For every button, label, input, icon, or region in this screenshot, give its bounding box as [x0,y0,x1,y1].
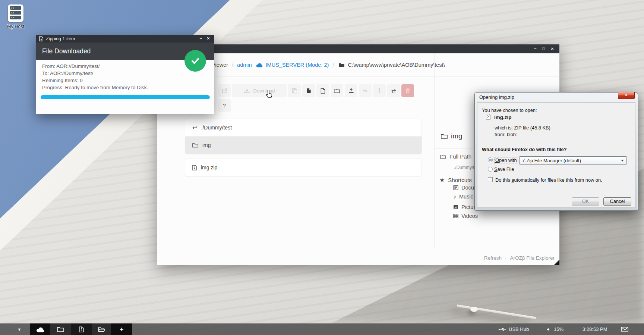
save-file-radio[interactable] [488,167,493,172]
dialog-title: Opening img.zip [479,94,514,100]
documents-icon [453,185,458,190]
plus-icon: + [120,326,124,333]
folder-row-img[interactable]: img [185,136,422,154]
help-icon: ? [223,103,226,109]
tray-usb-label: USB Hub [509,326,529,332]
ok-button[interactable]: OK [572,197,599,206]
taskbar-app-file-manager[interactable] [92,323,111,335]
shortcut-music[interactable]: ♪ Music [453,193,473,200]
zip-from-line: From: AOR://Dummy/test/ [42,63,100,69]
progress-bar [41,95,210,99]
upload-button[interactable] [345,84,357,97]
full-path-row[interactable]: Full Path [440,153,471,160]
close-icon[interactable]: × [618,92,635,99]
download-label: Download [253,88,275,94]
file-row-label: img.zip [201,165,217,170]
open-folder-icon [98,327,105,332]
videos-icon [453,214,458,218]
do-automatically-label[interactable]: Do this automatically for files like thi… [495,177,602,183]
breadcrumb-separator: / [232,62,233,68]
explorer-titlebar[interactable]: – □ × [157,44,559,53]
taskbar: ▼ + USB Hub 15% 3:28:53 PM [0,323,644,335]
explorer-footer: Refresh · ArOZβ File Explorer [484,255,555,261]
tray-clock: 3:28:53 PM [583,323,607,335]
cloud-icon [256,62,263,68]
file-row-label: img [202,142,211,148]
open-with-label[interactable]: Open with [494,157,518,163]
folder-icon [57,327,64,332]
dialog-file-name: img.zip [494,115,512,120]
resize-handle[interactable] [554,260,559,265]
zip-to-line: To: AOR://Dummy/test/ [42,71,93,76]
minimize-icon[interactable]: – [198,35,204,43]
cloud-icon [36,326,45,332]
minimize-icon[interactable]: – [532,44,539,53]
dialog-file-info: which is: ZIP file (45.8 KB) [495,125,550,131]
taskbar-chevron-button[interactable]: ▼ [15,323,24,335]
do-automatically-checkbox[interactable] [488,177,493,182]
dialog-intro: You have chosen to open: [482,107,537,113]
swap-button[interactable]: ⇄ [387,84,400,97]
back-arrow-icon: ↩ [192,124,197,131]
folder-icon [440,154,446,159]
taskbar-add-button[interactable]: + [111,323,132,335]
delete-button[interactable] [401,84,414,97]
shortcut-videos[interactable]: Videos [453,213,478,219]
zip-progress-line: Progress: Ready to move from Memory to D… [42,85,148,90]
breadcrumb: Viewer / admin IMUS_SERVER (Mode: 2) / C… [212,53,445,76]
file-row-label: ./Dummy/test [201,125,232,131]
help-button[interactable]: ? [218,99,231,112]
tray-volume[interactable]: 15% [547,323,564,335]
dropdown-arrow-icon [621,160,624,162]
desktop-icon-label: My Host [3,24,28,29]
zip-window-title: Zipping 1 item [46,36,75,41]
maximize-icon[interactable]: □ [540,44,547,53]
success-check-icon [184,50,206,72]
shortcut-label: Music [459,194,473,200]
dialog-file-source: from: blob: [495,132,517,137]
new-folder-button[interactable] [331,84,343,97]
new-file-button[interactable] [316,84,329,97]
open-external-button[interactable] [218,84,231,97]
folder-icon [338,63,345,68]
tray-usb[interactable]: USB Hub [498,323,529,335]
taskbar-app-cloud[interactable] [30,323,50,335]
zip-window-titlebar[interactable]: Zipping 1 item – × [36,35,214,43]
chevron-down-icon: ▼ [18,327,22,332]
zip-remaining-line: Remining Items: 0 [42,78,83,83]
download-button[interactable]: Download [232,84,287,97]
file-row-img-zip[interactable]: img.zip [185,159,422,176]
cancel-button[interactable]: Cancel [603,197,631,206]
open-with-radio[interactable] [488,157,493,162]
pictures-icon [453,205,458,209]
zip-file-icon [192,165,197,170]
paste-button[interactable] [302,84,315,97]
parent-directory-row[interactable]: ↩ ./Dummy/test [185,119,422,136]
close-icon[interactable]: × [549,44,556,53]
desktop-icon-my-host[interactable]: My Host [3,4,28,29]
text-cursor-icon: I [378,88,381,94]
tray-mail[interactable] [621,323,628,335]
cut-button[interactable]: ✂ [359,84,372,97]
refresh-link[interactable]: Refresh [484,255,502,261]
zip-file-icon [79,326,84,332]
breadcrumb-user-link[interactable]: admin [237,62,252,68]
folder-icon [192,143,198,148]
shortcuts-header: ★ Shortcuts [439,176,472,184]
desktop: My Host – □ × Viewer / admin IMUS_SERVER… [0,0,644,335]
dialog-body: You have chosen to open: img.zip which i… [477,102,635,208]
taskbar-app-zip[interactable] [71,323,92,335]
mail-icon [621,327,628,332]
copy-button[interactable] [288,84,301,97]
rename-button[interactable]: I [373,84,386,97]
panel-selected-name: img [451,132,463,140]
server-rack-icon [8,4,23,22]
open-with-select[interactable]: 7-Zip File Manager (default) [519,156,627,165]
close-icon[interactable]: × [205,35,211,43]
zip-file-icon [39,36,43,41]
breadcrumb-server-link[interactable]: IMUS_SERVER (Mode: 2) [266,62,329,68]
app-name: ArOZβ File Explorer [510,255,555,261]
file-list-card: ↩ ./Dummy/test img [185,119,422,154]
taskbar-app-folder[interactable] [50,323,71,335]
save-file-label[interactable]: Save File [494,166,514,172]
